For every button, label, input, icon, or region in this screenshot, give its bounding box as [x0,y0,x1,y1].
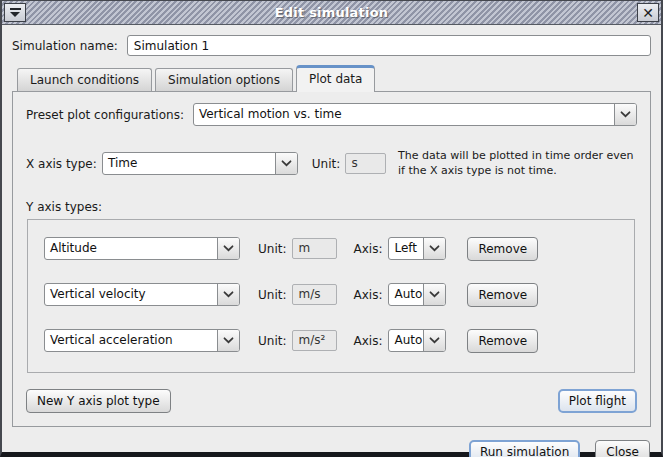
window-menu-icon [10,8,21,17]
axis-combobox-1[interactable]: Left [388,237,446,260]
y-axis-row-1: Altitude Unit: m Axis: Left [44,237,618,261]
tab-plot-data[interactable]: Plot data [296,65,375,92]
axis-label: Axis: [353,334,382,348]
axis-combobox-2[interactable]: Auto [388,283,446,306]
simulation-name-row: Simulation name: [12,35,651,56]
axis-label: Axis: [353,288,382,302]
y-axis-row-3: Vertical acceleration Unit: m/s² Axis: A… [44,329,618,353]
unit-value: m/s² [292,330,337,351]
chevron-down-icon [614,104,636,125]
chevron-down-icon [423,238,445,259]
chevron-down-icon [275,153,297,174]
close-window-button[interactable]: ✕ [637,3,659,22]
x-unit-label: Unit: [312,157,340,171]
close-button[interactable]: Close [595,440,650,457]
y-axis-group: Altitude Unit: m Axis: Left [27,219,635,373]
y-type-combobox-2[interactable]: Vertical velocity [44,283,240,306]
edit-simulation-dialog: Edit simulation ✕ Simulation name: Launc… [0,0,663,457]
tab-simulation-options[interactable]: Simulation options [155,68,293,91]
remove-button-2[interactable]: Remove [467,283,538,307]
dialog-body: Simulation name: Launch conditions Simul… [2,25,661,457]
tab-launch-conditions[interactable]: Launch conditions [17,68,152,91]
dialog-footer: Run simulation Close [12,440,651,457]
unit-label: Unit: [258,334,286,348]
chevron-down-icon [217,330,239,351]
unit-value: m [292,238,337,259]
y-axis-row-2: Vertical velocity Unit: m/s Axis: Auto [44,283,618,307]
y-type-combobox-1[interactable]: Altitude [44,237,240,260]
new-y-axis-plot-type-button[interactable]: New Y axis plot type [26,389,171,413]
preset-row: Preset plot configurations: Vertical mot… [26,103,637,126]
preset-label: Preset plot configurations: [26,108,184,122]
time-order-note: The data will be plotted in time order e… [398,149,637,179]
chevron-down-icon [217,284,239,305]
unit-value: m/s [292,284,337,305]
preset-combobox-value: Vertical motion vs. time [194,104,614,125]
axis-label: Axis: [353,242,382,256]
unit-label: Unit: [258,242,286,256]
chevron-down-icon [217,238,239,259]
plot-data-panel: Preset plot configurations: Vertical mot… [12,91,651,427]
chevron-down-icon [423,284,445,305]
window-title: Edit simulation [27,5,636,20]
x-axis-row: X axis type: Time Unit: s The data will … [26,149,637,179]
chevron-down-icon [423,330,445,351]
axis-combobox-3[interactable]: Auto [388,329,446,352]
axis-value: Auto [389,330,423,351]
axis-value: Auto [389,284,423,305]
y-type-value: Vertical acceleration [45,330,217,351]
y-axis-types-label: Y axis types: [26,200,637,214]
y-type-value: Altitude [45,238,217,259]
simulation-name-input[interactable] [127,35,651,56]
y-type-value: Vertical velocity [45,284,217,305]
axis-value: Left [389,238,423,259]
run-simulation-button[interactable]: Run simulation [469,440,580,457]
unit-label: Unit: [258,288,286,302]
window-menu-button[interactable] [4,3,26,22]
x-axis-combobox-value: Time [103,153,275,174]
x-unit-value: s [345,153,386,174]
x-axis-combobox[interactable]: Time [102,152,298,175]
panel-buttons-row: New Y axis plot type Plot flight [26,389,637,413]
title-bar: Edit simulation ✕ [2,1,661,25]
close-icon: ✕ [642,6,654,20]
simulation-name-label: Simulation name: [12,39,118,53]
tab-bar: Launch conditions Simulation options Plo… [12,65,651,91]
x-axis-label: X axis type: [26,157,97,171]
remove-button-3[interactable]: Remove [467,329,538,353]
plot-flight-button[interactable]: Plot flight [558,389,637,413]
remove-button-1[interactable]: Remove [467,237,538,261]
y-type-combobox-3[interactable]: Vertical acceleration [44,329,240,352]
preset-combobox[interactable]: Vertical motion vs. time [193,103,637,126]
